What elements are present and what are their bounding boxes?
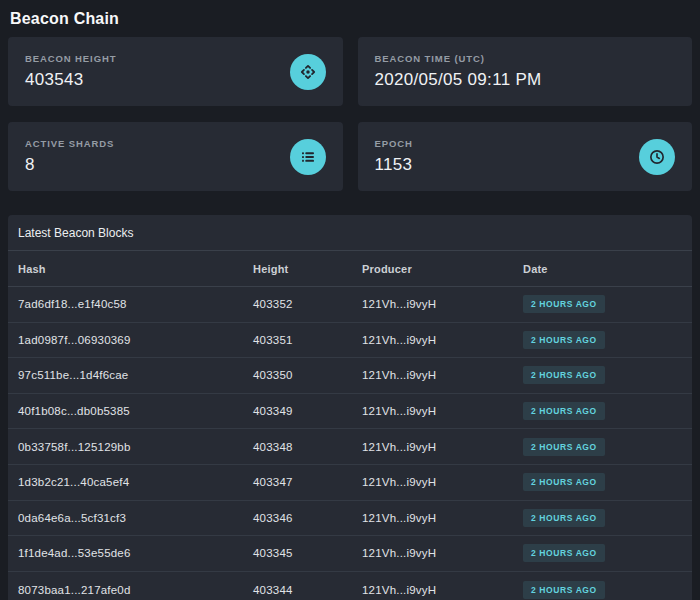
stat-card-epoch: EPOCH 1153 [358,122,693,191]
page-title: Beacon Chain [10,10,700,28]
beacon-time-label: BEACON TIME (UTC) [375,53,542,64]
epoch-label: EPOCH [375,138,413,149]
block-hash-link[interactable]: 97c511be...1d4f6cae [18,369,253,381]
table-row: 0b33758f...125129bb 403348 121Vh...i9vyH… [8,429,692,465]
block-hash-link[interactable]: 7ad6df18...e1f40c58 [18,298,253,310]
block-date-cell: 2 HOURS AGO [523,438,692,456]
active-shards-label: ACTIVE SHARDS [25,138,114,149]
table-row: 7ad6df18...e1f40c58 403352 121Vh...i9vyH… [8,287,692,323]
block-height: 403349 [253,405,362,417]
storage-icon [290,139,326,175]
stat-cards: BEACON HEIGHT 403543 BEACON TIME (UTC) 2… [8,37,692,191]
table-row: 40f1b08c...db0b5385 403349 121Vh...i9vyH… [8,394,692,430]
column-header-producer: Producer [362,263,523,275]
stat-card-text: BEACON TIME (UTC) 2020/05/05 09:11 PM [375,53,542,90]
table-header-row: Hash Height Producer Date [8,251,692,287]
block-height: 403346 [253,512,362,524]
block-hash-link[interactable]: 40f1b08c...db0b5385 [18,405,253,417]
table-row: 1ad0987f...06930369 403351 121Vh...i9vyH… [8,323,692,359]
block-date-cell: 2 HOURS AGO [523,331,692,349]
block-hash-link[interactable]: 8073baa1...217afe0d [18,584,253,596]
block-hash-link[interactable]: 1ad0987f...06930369 [18,334,253,346]
block-date-badge: 2 HOURS AGO [523,473,605,491]
table-body: 7ad6df18...e1f40c58 403352 121Vh...i9vyH… [8,287,692,600]
block-producer-link[interactable]: 121Vh...i9vyH [362,441,523,453]
stat-card-text: ACTIVE SHARDS 8 [25,138,114,175]
block-height: 403347 [253,476,362,488]
block-date-badge: 2 HOURS AGO [523,331,605,349]
block-height: 403350 [253,369,362,381]
block-date-cell: 2 HOURS AGO [523,509,692,527]
block-date-badge: 2 HOURS AGO [523,438,605,456]
epoch-value: 1153 [375,155,413,175]
block-date-badge: 2 HOURS AGO [523,366,605,384]
block-date-badge: 2 HOURS AGO [523,581,605,599]
panel-title: Latest Beacon Blocks [8,215,692,251]
block-hash-link[interactable]: 1f1de4ad...53e55de6 [18,547,253,559]
stat-card-text: BEACON HEIGHT 403543 [25,53,116,90]
block-height: 403348 [253,441,362,453]
block-height: 403352 [253,298,362,310]
block-producer-link[interactable]: 121Vh...i9vyH [362,512,523,524]
block-producer-link[interactable]: 121Vh...i9vyH [362,584,523,596]
table-row: 97c511be...1d4f6cae 403350 121Vh...i9vyH… [8,358,692,394]
block-producer-link[interactable]: 121Vh...i9vyH [362,298,523,310]
beacon-height-value: 403543 [25,70,116,90]
block-date-cell: 2 HOURS AGO [523,402,692,420]
block-date-badge: 2 HOURS AGO [523,544,605,562]
table-row: 1d3b2c21...40ca5ef4 403347 121Vh...i9vyH… [8,465,692,501]
beacon-time-value: 2020/05/05 09:11 PM [375,70,542,90]
block-producer-link[interactable]: 121Vh...i9vyH [362,369,523,381]
block-producer-link[interactable]: 121Vh...i9vyH [362,334,523,346]
block-height: 403345 [253,547,362,559]
block-date-cell: 2 HOURS AGO [523,366,692,384]
block-date-cell: 2 HOURS AGO [523,544,692,562]
block-height: 403351 [253,334,362,346]
block-height: 403344 [253,584,362,596]
block-date-cell: 2 HOURS AGO [523,295,692,313]
block-date-cell: 2 HOURS AGO [523,473,692,491]
block-date-badge: 2 HOURS AGO [523,509,605,527]
latest-beacon-blocks-panel: Latest Beacon Blocks Hash Height Produce… [8,215,692,600]
table-row: 8073baa1...217afe0d 403344 121Vh...i9vyH… [8,572,692,600]
block-hash-link[interactable]: 1d3b2c21...40ca5ef4 [18,476,253,488]
stat-card-text: EPOCH 1153 [375,138,413,175]
block-producer-link[interactable]: 121Vh...i9vyH [362,405,523,417]
block-producer-link[interactable]: 121Vh...i9vyH [362,547,523,559]
table-row: 0da64e6a...5cf31cf3 403346 121Vh...i9vyH… [8,501,692,537]
block-date-badge: 2 HOURS AGO [523,402,605,420]
column-header-height: Height [253,263,362,275]
table-row: 1f1de4ad...53e55de6 403345 121Vh...i9vyH… [8,536,692,572]
column-header-date: Date [523,263,692,275]
block-producer-link[interactable]: 121Vh...i9vyH [362,476,523,488]
clock-icon [639,139,675,175]
block-hash-link[interactable]: 0da64e6a...5cf31cf3 [18,512,253,524]
control-camera-icon [290,54,326,90]
block-date-badge: 2 HOURS AGO [523,295,605,313]
active-shards-value: 8 [25,155,114,175]
block-date-cell: 2 HOURS AGO [523,581,692,599]
beacon-height-label: BEACON HEIGHT [25,53,116,64]
stat-card-beacon-time: BEACON TIME (UTC) 2020/05/05 09:11 PM [358,37,693,106]
column-header-hash: Hash [18,263,253,275]
stat-card-active-shards: ACTIVE SHARDS 8 [8,122,343,191]
block-hash-link[interactable]: 0b33758f...125129bb [18,441,253,453]
stat-card-beacon-height: BEACON HEIGHT 403543 [8,37,343,106]
